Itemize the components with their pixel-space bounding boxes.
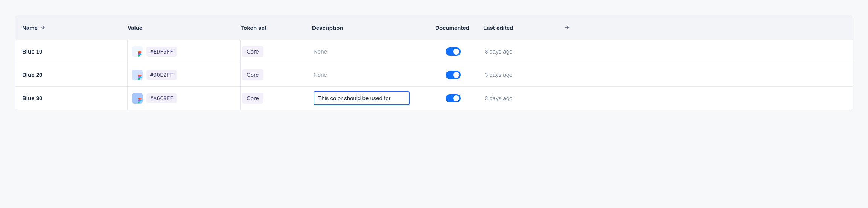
column-header-value[interactable]: Value — [128, 24, 241, 31]
token-set-cell: Core — [241, 69, 312, 80]
documented-cell — [421, 71, 483, 79]
toggle-knob — [453, 95, 459, 101]
token-value-cell[interactable]: #A6C8FF — [128, 87, 241, 110]
last-edited-text: 3 days ago — [485, 95, 512, 101]
column-header-last-edited[interactable]: Last edited — [483, 24, 549, 31]
last-edited-cell: 3 days ago — [483, 48, 549, 55]
column-label: Description — [312, 24, 343, 31]
column-header-name[interactable]: Name — [22, 24, 128, 31]
figma-icon — [137, 75, 142, 80]
column-label: Name — [22, 24, 38, 31]
token-name[interactable]: Blue 10 — [22, 40, 128, 63]
table-row: Blue 30#A6C8FFCore3 days ago — [15, 86, 853, 110]
token-set-cell: Core — [241, 46, 312, 57]
column-label: Last edited — [483, 24, 513, 31]
column-header-token-set[interactable]: Token set — [241, 24, 312, 31]
color-swatch — [132, 93, 143, 104]
plus-icon — [564, 24, 570, 31]
description-cell — [312, 91, 421, 105]
token-set-badge[interactable]: Core — [242, 46, 263, 57]
documented-toggle[interactable] — [446, 94, 461, 102]
column-label: Value — [128, 24, 142, 31]
hex-value: #D0E2FF — [146, 70, 177, 80]
description-cell: None — [312, 48, 421, 55]
token-name[interactable]: Blue 20 — [22, 63, 128, 86]
last-edited-text: 3 days ago — [485, 72, 512, 78]
documented-cell — [421, 47, 483, 56]
token-set-badge[interactable]: Core — [242, 69, 263, 80]
token-set-badge[interactable]: Core — [242, 93, 263, 104]
column-header-actions — [549, 23, 572, 32]
last-edited-text: 3 days ago — [485, 48, 512, 55]
token-value-cell[interactable]: #D0E2FF — [128, 63, 241, 86]
documented-toggle[interactable] — [446, 71, 461, 79]
description-text[interactable]: None — [314, 72, 327, 78]
description-input[interactable] — [314, 91, 410, 105]
last-edited-cell: 3 days ago — [483, 95, 549, 101]
table-row: Blue 20#D0E2FFCoreNone3 days ago — [15, 63, 853, 86]
table-header: Name Value Token set Description Documen… — [15, 15, 853, 40]
color-swatch — [132, 70, 143, 80]
last-edited-cell: 3 days ago — [483, 72, 549, 78]
figma-icon — [137, 51, 142, 57]
figma-icon — [137, 98, 142, 103]
tokens-table: Name Value Token set Description Documen… — [15, 15, 853, 110]
token-set-cell: Core — [241, 93, 312, 104]
column-header-description[interactable]: Description — [312, 24, 421, 31]
description-text[interactable]: None — [314, 48, 327, 55]
color-swatch — [132, 46, 143, 57]
add-column-button[interactable] — [563, 23, 572, 32]
description-cell: None — [312, 72, 421, 78]
sort-descending-icon — [41, 25, 46, 30]
toggle-knob — [453, 72, 459, 78]
table-row: Blue 10#EDF5FFCoreNone3 days ago — [15, 40, 853, 63]
documented-cell — [421, 94, 483, 102]
hex-value: #A6C8FF — [146, 93, 177, 103]
toggle-knob — [453, 49, 459, 55]
column-label: Token set — [241, 24, 266, 31]
token-name[interactable]: Blue 30 — [22, 87, 128, 110]
column-header-documented[interactable]: Documented — [421, 24, 483, 31]
hex-value: #EDF5FF — [146, 47, 177, 57]
table-body: Blue 10#EDF5FFCoreNone3 days agoBlue 20#… — [15, 40, 853, 110]
column-label: Documented — [435, 24, 469, 31]
token-value-cell[interactable]: #EDF5FF — [128, 40, 241, 63]
documented-toggle[interactable] — [446, 47, 461, 56]
